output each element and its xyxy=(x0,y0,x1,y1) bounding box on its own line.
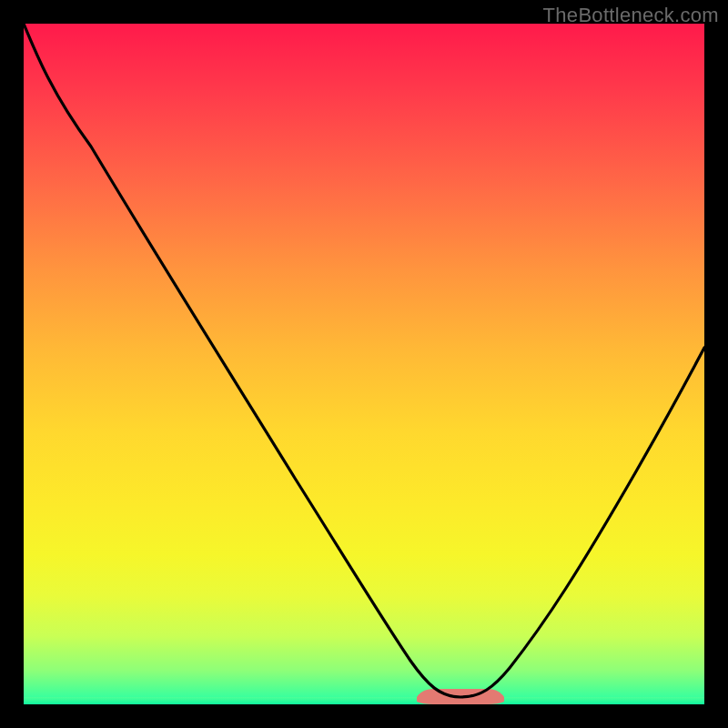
watermark-text: TheBottleneck.com xyxy=(543,4,719,27)
curve-path xyxy=(24,24,704,697)
plot-area xyxy=(24,24,704,704)
chart-frame: TheBottleneck.com xyxy=(0,0,728,728)
bottleneck-curve xyxy=(24,24,704,704)
